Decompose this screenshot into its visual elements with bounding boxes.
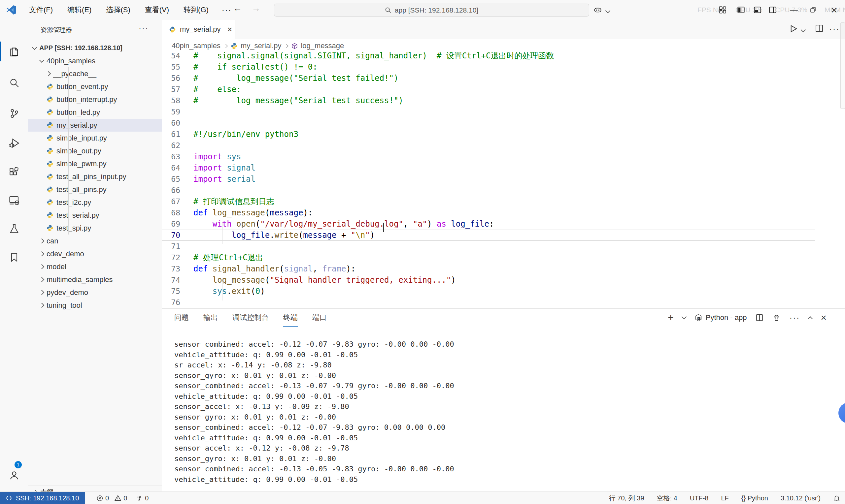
panel-tab[interactable]: 输出 bbox=[203, 313, 218, 326]
code-line-55[interactable]: 55# if serialTest() != 0: bbox=[162, 61, 815, 73]
tree-item-test_all_pins_input.py[interactable]: test_all_pins_input.py bbox=[28, 170, 162, 183]
tree-item-can[interactable]: can bbox=[28, 235, 162, 247]
ports-status[interactable]: 0 bbox=[136, 494, 148, 502]
activity-bookmarks[interactable] bbox=[0, 246, 28, 269]
sidebar-more-actions[interactable]: ··· bbox=[139, 23, 148, 32]
command-center-search[interactable]: app [SSH: 192.168.128.10] bbox=[274, 4, 589, 17]
tree-item-button_interrupt.py[interactable]: button_interrupt.py bbox=[28, 93, 162, 106]
tree-item-test_i2c.py[interactable]: test_i2c.py bbox=[28, 196, 162, 209]
toggle-secondary-sidebar-icon[interactable] bbox=[769, 6, 777, 14]
maximize-panel-icon[interactable] bbox=[808, 316, 813, 321]
tab-close-icon[interactable]: × bbox=[227, 24, 232, 35]
status-eol[interactable]: LF bbox=[721, 494, 728, 502]
activity-run-debug[interactable] bbox=[0, 131, 28, 155]
problems-status[interactable]: 0 0 bbox=[96, 494, 127, 502]
minimap-slider[interactable] bbox=[840, 22, 845, 109]
window-restore-button[interactable] bbox=[804, 0, 823, 20]
tree-item-button_event.py[interactable]: button_event.py bbox=[28, 80, 162, 93]
code-line-76[interactable]: 76 bbox=[162, 297, 815, 308]
tree-item-cdev_demo[interactable]: cdev_demo bbox=[28, 247, 162, 260]
outline-section[interactable]: 大纲 bbox=[28, 486, 162, 491]
breadcrumb-item[interactable]: my_serial.py bbox=[241, 41, 281, 50]
code-line-68[interactable]: 68def log_message(message): bbox=[162, 207, 815, 218]
tree-item-multimedia_samples[interactable]: multimedia_samples bbox=[28, 273, 162, 286]
menu-3[interactable]: 查看(V) bbox=[138, 3, 176, 17]
menu-2[interactable]: 选择(S) bbox=[99, 3, 137, 17]
tab-my-serial[interactable]: my_serial.py × bbox=[162, 20, 235, 39]
tree-item-simple_pwm.py[interactable]: simple_pwm.py bbox=[28, 157, 162, 170]
tree-item-test_all_pins.py[interactable]: test_all_pins.py bbox=[28, 183, 162, 196]
code-line-72[interactable]: 72# 处理Ctrl+C退出 bbox=[162, 252, 815, 263]
code-line-66[interactable]: 66 bbox=[162, 185, 815, 196]
run-python-button[interactable] bbox=[788, 24, 798, 34]
code-line-54[interactable]: 54# signal.signal(signal.SIGINT, signal_… bbox=[162, 50, 815, 61]
code-line-58[interactable]: 58# log_message("Serial test success!") bbox=[162, 95, 815, 106]
kill-terminal-icon[interactable] bbox=[772, 314, 781, 322]
code-line-67[interactable]: 67# 打印调试信息到日志 bbox=[162, 196, 815, 207]
accounts-button[interactable] bbox=[0, 464, 28, 487]
tree-item-tuning_tool[interactable]: tuning_tool bbox=[28, 299, 162, 312]
tree-item-test_serial.py[interactable]: test_serial.py bbox=[28, 209, 162, 222]
menu-0[interactable]: 文件(F) bbox=[22, 3, 60, 17]
tree-item-simple_input.py[interactable]: simple_input.py bbox=[28, 132, 162, 144]
copilot-chevron-icon[interactable] bbox=[606, 8, 615, 17]
notifications-bell[interactable] bbox=[833, 494, 840, 502]
code-line-56[interactable]: 56# log_message("Serial test failed!") bbox=[162, 73, 815, 84]
code-line-61[interactable]: 61#!/usr/bin/env python3 bbox=[162, 129, 815, 140]
code-line-57[interactable]: 57# else: bbox=[162, 84, 815, 95]
split-terminal-icon[interactable] bbox=[755, 313, 764, 322]
panel-tab[interactable]: 端口 bbox=[312, 313, 327, 326]
toggle-sidebar-icon[interactable] bbox=[737, 6, 745, 14]
tree-item-__pycache__[interactable]: __pycache__ bbox=[28, 67, 162, 80]
copilot-icon[interactable] bbox=[594, 6, 602, 14]
tree-item-pydev_demo[interactable]: pydev_demo bbox=[28, 286, 162, 299]
tree-item-appssh192.168.128.10[interactable]: APP [SSH: 192.168.128.10] bbox=[28, 41, 162, 54]
activity-extensions[interactable] bbox=[0, 160, 28, 184]
status-interpreter[interactable]: 3.10.12 ('usr') bbox=[781, 494, 821, 502]
status-language-mode[interactable]: {} Python bbox=[741, 494, 768, 502]
code-line-70[interactable]: 70 log_file.write(message + "\n") bbox=[162, 230, 815, 241]
tree-item-test_spi.py[interactable]: test_spi.py bbox=[28, 222, 162, 235]
code-line-62[interactable]: 62 bbox=[162, 140, 815, 151]
toggle-panel-icon[interactable] bbox=[753, 6, 762, 14]
tree-item-40pin_samples[interactable]: 40pin_samples bbox=[28, 54, 162, 67]
activity-source-control[interactable] bbox=[0, 102, 28, 125]
status-indentation[interactable]: 空格: 4 bbox=[657, 494, 677, 503]
customize-layout-icon[interactable] bbox=[718, 6, 727, 14]
code-line-65[interactable]: 65import serial bbox=[162, 174, 815, 185]
code-line-69[interactable]: 69 with open("/var/log/my_serial_debug.l… bbox=[162, 218, 815, 230]
split-editor-icon[interactable] bbox=[815, 24, 824, 33]
terminal-output[interactable]: sensor_combined: accel: -0.12 -0.07 -9.8… bbox=[174, 339, 454, 485]
panel-tab[interactable]: 调试控制台 bbox=[232, 313, 269, 326]
terminal-profile-chevron-icon[interactable] bbox=[681, 314, 687, 319]
tree-item-simple_out.py[interactable]: simple_out.py bbox=[28, 144, 162, 157]
run-dropdown-icon[interactable] bbox=[802, 27, 805, 33]
terminal-instance[interactable]: $ Python - app bbox=[694, 313, 747, 322]
panel-tab[interactable]: 终端 bbox=[283, 313, 298, 326]
status-encoding[interactable]: UTF-8 bbox=[690, 494, 709, 502]
tree-item-button_led.py[interactable]: button_led.py bbox=[28, 106, 162, 119]
code-line-59[interactable]: 59 bbox=[162, 106, 815, 118]
code-line-75[interactable]: 75 sys.exit(0) bbox=[162, 286, 815, 297]
activity-testing[interactable] bbox=[0, 217, 28, 241]
window-close-button[interactable]: × bbox=[825, 0, 844, 20]
editor-more-actions[interactable]: ··· bbox=[829, 24, 840, 34]
code-line-74[interactable]: 74 log_message("Signal handler triggered… bbox=[162, 274, 815, 286]
tree-item-model[interactable]: model bbox=[28, 260, 162, 273]
new-terminal-button[interactable]: + bbox=[668, 312, 674, 323]
activity-explorer[interactable] bbox=[0, 40, 28, 63]
menu-4[interactable]: 转到(G) bbox=[176, 3, 216, 17]
menu-1[interactable]: 编辑(E) bbox=[60, 3, 99, 17]
code-line-60[interactable]: 60 bbox=[162, 118, 815, 129]
breadcrumb-item[interactable]: log_message bbox=[301, 41, 344, 50]
window-minimize-button[interactable]: — bbox=[784, 0, 804, 20]
tree-item-my_serial.py[interactable]: my_serial.py bbox=[28, 119, 162, 132]
code-line-64[interactable]: 64import signal bbox=[162, 162, 815, 174]
remote-indicator[interactable]: SSH: 192.168.128.10 bbox=[0, 492, 85, 504]
code-line-73[interactable]: 73def signal_handler(signal, frame): bbox=[162, 263, 815, 274]
panel-more-actions[interactable]: ··· bbox=[789, 313, 800, 323]
nav-back-icon[interactable]: ← bbox=[233, 3, 242, 14]
code-line-63[interactable]: 63import sys bbox=[162, 151, 815, 162]
close-panel-icon[interactable]: × bbox=[821, 312, 827, 323]
status-line-col[interactable]: 行 70, 列 39 bbox=[609, 494, 644, 503]
